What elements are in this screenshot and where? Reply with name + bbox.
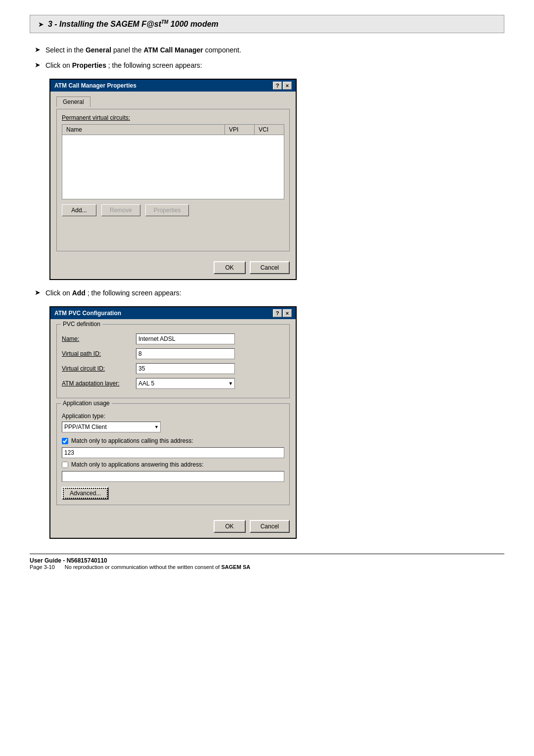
dialog1-help-button[interactable]: ? (273, 82, 282, 90)
bullet-item-3: ➤ Click on Add ; the following screen ap… (30, 288, 504, 298)
checkbox1-row: Match only to applications calling this … (62, 437, 284, 444)
title-end: 1000 modem (168, 20, 218, 28)
dialog1-tab-content: Permanent virtual circuits: Name VPI VCI… (56, 109, 290, 251)
dialog1-title: ATM Call Manager Properties (54, 82, 136, 89)
bullet-text-3: Click on Add ; the following screen appe… (45, 288, 181, 298)
dialog2-close-button[interactable]: × (283, 309, 292, 317)
dialog1-cancel-button[interactable]: Cancel (250, 261, 290, 274)
aal-select[interactable]: AAL 5 (136, 378, 235, 389)
dialog2-titlebar: ATM PVC Configuration ? × (50, 307, 296, 319)
vcircuit-input[interactable] (136, 363, 235, 374)
bullet-arrow-1: ➤ (35, 46, 41, 53)
app-type-select[interactable]: PPP/ATM Client (62, 422, 161, 432)
dialog2-title-buttons: ? × (273, 309, 292, 317)
advanced-button[interactable]: Advanced... (62, 487, 109, 500)
header-bar: ➤ 3 - Installing the SAGEM F@stTM 1000 m… (30, 15, 504, 33)
footer-guide: User Guide - N56815740110 (30, 557, 504, 564)
footer-page: Page 3-10 (30, 564, 55, 570)
pvc-table-body (62, 135, 284, 199)
add-button[interactable]: Add... (62, 204, 96, 216)
vpath-field-row: Virtual path ID: (62, 348, 284, 359)
properties-button[interactable]: Properties (145, 204, 189, 216)
footer-note: No reproduction or communication without… (65, 564, 250, 570)
name-label: Name: (62, 335, 136, 342)
footer-brand: SAGEM SA (221, 564, 250, 570)
aal-field-row: ATM adaptation layer: AAL 5 ▼ (62, 378, 284, 389)
group-top-spacer (62, 330, 284, 333)
dialog1-ok-button[interactable]: OK (214, 261, 246, 274)
app-group-legend: Application usage (61, 400, 112, 407)
name-input[interactable] (136, 333, 235, 344)
tab-general[interactable]: General (56, 96, 90, 107)
bullet-text-1: Select in the General panel the ATM Call… (45, 45, 241, 55)
col-vpi: VPI (225, 125, 255, 135)
dialog1-tabs: General (56, 96, 290, 107)
checkbox2-row: Match only to applications answering thi… (62, 461, 284, 468)
bullet-item-2: ➤ Click on Properties ; the following sc… (30, 60, 504, 71)
dialog2-ok-button[interactable]: OK (214, 520, 246, 533)
pvc-table: Name VPI VCI (62, 124, 284, 135)
header-arrow: ➤ (38, 20, 44, 28)
checkbox2[interactable] (62, 462, 68, 468)
address1-input[interactable] (62, 447, 284, 458)
dialog1-footer: OK Cancel (50, 256, 296, 279)
bullet-arrow-3: ➤ (35, 288, 41, 296)
page-container: ➤ 3 - Installing the SAGEM F@stTM 1000 m… (0, 0, 534, 590)
aal-label: ATM adaptation layer: (62, 380, 136, 387)
footer-bottom: Page 3-10 No reproduction or communicati… (30, 564, 504, 570)
col-name: Name (62, 125, 225, 135)
app-type-label: Application type: (62, 413, 284, 420)
title-sup: TM (161, 19, 168, 25)
vcircuit-label: Virtual circuit ID: (62, 365, 136, 372)
page-title: 3 - Installing the SAGEM F@stTM 1000 mod… (48, 19, 219, 29)
dialog1-spacer (62, 216, 284, 246)
atm-pvc-dialog: ATM PVC Configuration ? × PVC definition… (49, 306, 297, 539)
dialog1-titlebar: ATM Call Manager Properties ? × (50, 80, 296, 92)
vpath-label: Virtual path ID: (62, 350, 136, 357)
bullet-item-1: ➤ Select in the General panel the ATM Ca… (30, 45, 504, 55)
dialog2-help-button[interactable]: ? (273, 309, 282, 317)
address2-input[interactable] (62, 471, 284, 482)
title-text: 3 - Installing the SAGEM F@st (48, 20, 161, 28)
checkbox1[interactable] (62, 438, 68, 444)
remove-button[interactable]: Remove (101, 204, 140, 216)
page-footer: User Guide - N56815740110 Page 3-10 No r… (30, 554, 504, 570)
checkbox1-label: Match only to applications calling this … (71, 437, 193, 444)
app-type-select-wrapper: PPP/ATM Client ▼ (62, 422, 161, 432)
atm-call-manager-dialog: ATM Call Manager Properties ? × General … (49, 79, 297, 280)
pvc-label: Permanent virtual circuits: (62, 114, 284, 121)
dialog2-footer: OK Cancel (50, 515, 296, 538)
dialog1-close-button[interactable]: × (283, 82, 292, 90)
dialog1-title-buttons: ? × (273, 82, 292, 90)
checkbox2-label: Match only to applications answering thi… (71, 461, 203, 468)
dialog2-cancel-button[interactable]: Cancel (250, 520, 290, 533)
col-vci: VCI (255, 125, 284, 135)
aal-select-wrapper: AAL 5 ▼ (136, 378, 235, 389)
name-field-row: Name: (62, 333, 284, 344)
dialog2-body: PVC definition Name: Virtual path ID: Vi… (50, 319, 296, 515)
dialog1-buttons: Add... Remove Properties (62, 204, 284, 216)
vcircuit-field-row: Virtual circuit ID: (62, 363, 284, 374)
pvc-definition-group: PVC definition Name: Virtual path ID: Vi… (56, 324, 290, 398)
app-usage-group: Application usage Application type: PPP/… (56, 403, 290, 505)
pvc-group-legend: PVC definition (61, 321, 102, 328)
app-top-spacer (62, 409, 284, 413)
bullet-text-2: Click on Properties ; the following scre… (45, 60, 202, 71)
footer-note-text: No reproduction or communication without… (65, 564, 222, 570)
vpath-input[interactable] (136, 348, 235, 359)
dialog2-title: ATM PVC Configuration (54, 310, 121, 317)
dialog1-body: General Permanent virtual circuits: Name… (50, 92, 296, 256)
bullet-arrow-2: ➤ (35, 61, 41, 69)
